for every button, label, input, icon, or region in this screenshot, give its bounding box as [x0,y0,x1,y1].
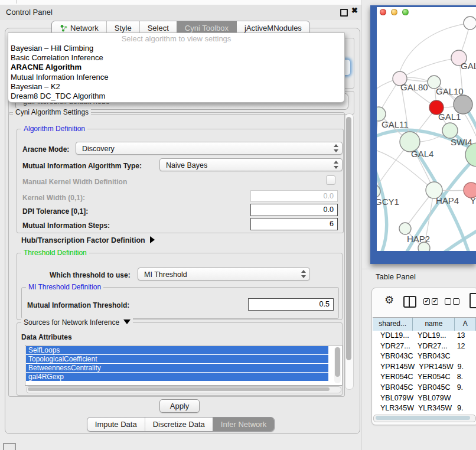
table-row[interactable]: YBR045CYBR045C9. [373,383,476,393]
network-node-swi4[interactable] [442,123,458,138]
top-strip [0,0,361,5]
table-cell: YPR145W [373,362,415,373]
network-view-window[interactable]: GALGAL80GAL10GAL1SWI4GAL11GAL4GCY1HAP4YH… [370,5,476,264]
table-row[interactable]: YBL079WYBL079W [373,393,476,404]
network-node[interactable] [418,242,430,251]
manual-kernel-width-label: Manual Kernel Width Definition [22,178,127,186]
node-label: GAL1 [438,112,461,122]
node-table: shared...nameA [373,317,476,331]
node-label: GAL11 [382,119,409,129]
sources-group-title[interactable]: Sources for Network Inference [21,318,133,327]
column-header-a[interactable]: A [455,318,476,331]
tab-label: Network [70,24,99,32]
mi-steps-field[interactable]: 6 [250,218,338,230]
kernel-width-field[interactable]: 0.0 [250,190,338,202]
group-title: Cyni Algorithm Settings [13,108,91,116]
control-panel-titlebar: Control Panel ✖ [0,5,361,20]
table-row[interactable]: YPR145WYPR145W9. [373,362,476,373]
file-icon[interactable] [470,293,476,308]
algorithm-select-popup: Select algorithm to view settings Bayesi… [8,32,345,103]
table-cell: YDR27... [373,341,413,352]
list-vertical-scrollbar[interactable] [334,347,341,383]
table-row[interactable]: YBR043CYBR043C [373,351,476,362]
apply-button[interactable]: Apply [159,399,200,413]
network-canvas[interactable]: GALGAL80GAL10GAL1SWI4GAL11GAL4GCY1HAP4YH… [377,7,476,251]
tab-infer-network[interactable]: Infer Network [213,418,274,431]
data-attributes-label: Data Attributes [21,333,72,341]
panel-divider[interactable] [361,0,362,450]
attribute-item-betweennesscentrality[interactable]: BetweennessCentrality [26,364,328,372]
node-label: GCY1 [377,197,399,207]
dpi-tolerance-label: DPI Tolerance [0,1]: [22,207,88,216]
mi-steps-label: Mutual Information Steps: [22,221,110,230]
tab-label: Impute Data [95,420,137,429]
scrollbar-thumb[interactable] [28,387,330,391]
network-edge [400,58,459,79]
manual-kernel-width-checkbox[interactable] [326,175,335,185]
scrollbar-thumb[interactable] [335,347,340,377]
network-node-hap2[interactable] [399,223,411,234]
column-header-shared[interactable]: shared... [373,318,413,331]
algorithm-option-bayesian-hill-climbing[interactable]: Bayesian – Hill Climbing [8,44,344,53]
attribute-item-gal4rgexp[interactable]: gal4RGexp [26,373,328,381]
algorithm-option-mutual-information-inference[interactable]: Mutual Information Inference [8,73,344,82]
attribute-item-selfloops[interactable]: SelfLoops [26,346,328,354]
which-threshold-label: Which threshold to use: [50,271,131,279]
table-row[interactable]: YLR345WYLR345W9. [373,403,476,414]
data-attributes-list[interactable]: SelfLoopsTopologicalCoefficientBetweenne… [25,345,343,386]
list-horizontal-scrollbar[interactable] [26,386,341,393]
which-threshold-combobox[interactable]: MI Threshold [138,268,310,281]
deselect-all-checkboxes-icon[interactable] [445,298,460,305]
divider [17,0,17,4]
node-label: GAL80 [400,82,428,92]
table-cell: YLR345W [414,403,455,414]
settings-scrollbar[interactable] [345,113,354,390]
docked-panel-icon[interactable] [3,443,16,450]
algorithm-option-bayesian-k2[interactable]: Bayesian – K2 [8,82,344,92]
network-node[interactable] [464,17,476,30]
table-row[interactable]: YDL19...YDL19...13 [373,331,476,341]
table-cell: YBR043C [413,351,455,362]
algorithm-option-dream8-dc-tdc-algorithm[interactable]: Dream8 DC_TDC Algorithm [8,92,344,101]
mi-threshold-field[interactable]: 0.5 [248,298,334,311]
split-columns-icon[interactable] [403,296,416,308]
table-row[interactable]: YDR27...YDR27...12 [373,341,476,352]
dpi-tolerance-field[interactable]: 0.0 [250,204,338,216]
mi-threshold-label: Mutual Information Threshold: [27,301,129,309]
tab-discretize-data[interactable]: Discretize Data [145,418,213,431]
table-cell [455,351,476,362]
float-panel-icon[interactable] [340,9,348,17]
table-cell: YPR145W [415,362,455,373]
gear-icon[interactable]: ⚙ [384,295,394,305]
node-label: HAP4 [436,195,459,206]
tab-label: Style [115,24,132,32]
scrollbar-thumb[interactable] [346,117,351,360]
kernel-width-label: Kernel Width (0,1): [22,194,85,202]
table-cell: YBR045C [373,383,413,393]
close-icon[interactable]: ✖ [351,6,358,15]
algorithm-option-aracne-algorithm[interactable]: ARACNE Algorithm [8,63,344,72]
application-window: Control Panel ✖ galFiltered.sif default … [0,0,476,450]
table-cell: YBR045C [413,383,455,393]
select-all-checkboxes-icon[interactable]: ✔✔ [423,298,439,305]
table-row[interactable]: YER054CYER054C8. [373,372,476,383]
hub-transcription-section-toggle[interactable]: Hub/Transcription Factor Definition [21,236,155,244]
network-node[interactable] [454,95,472,114]
mi-algorithm-type-combobox[interactable]: Naive Bayes [159,158,343,171]
table-cell: YDR27... [413,341,455,352]
table-cell: YDL19... [373,331,413,341]
stepper-arrows-icon [334,161,338,169]
divider [362,269,476,269]
node-label: GAL10 [436,86,464,96]
node-label: GAL4 [411,149,433,159]
node-label: Y [470,195,476,206]
algorithm-option-basic-correlation-inference[interactable]: Basic Correlation Inference [8,53,344,63]
table-horizontal-scrollbar[interactable] [373,415,476,422]
table-cell: YER054C [413,372,455,383]
aracne-mode-combobox[interactable]: Discovery [76,142,343,155]
attribute-item-topologicalcoefficient[interactable]: TopologicalCoefficient [26,355,328,363]
tab-label: jActiveMNodules [244,24,302,32]
column-header-name[interactable]: name [413,318,455,331]
tab-impute-data[interactable]: Impute Data [87,418,145,431]
scrollbar-thumb[interactable] [376,416,470,420]
